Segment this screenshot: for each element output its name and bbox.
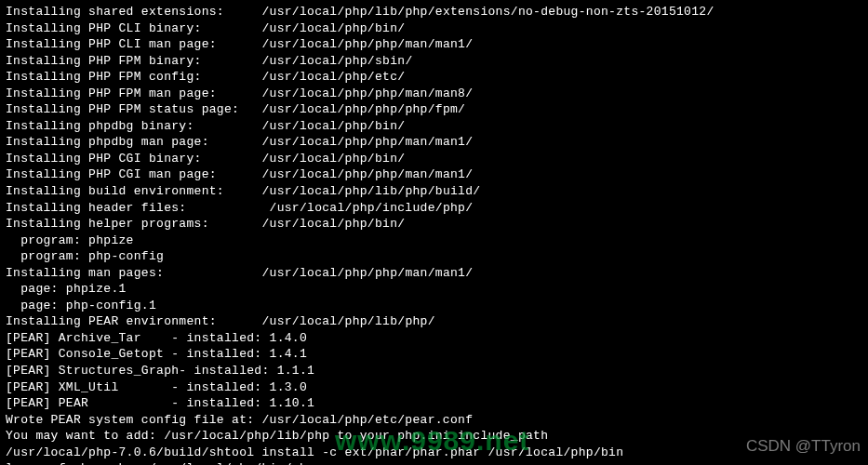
install-path: /usr/local/php/etc/ bbox=[261, 69, 405, 86]
pear-package-line: [PEAR] Archive_Tar - installed: 1.4.0 bbox=[6, 330, 862, 347]
install-line: Installing phpdbg man page: /usr/local/p… bbox=[6, 134, 862, 151]
install-path: /usr/local/php/php/php/fpm/ bbox=[261, 101, 465, 118]
install-label: Installing helper programs: bbox=[6, 216, 261, 232]
install-label: Installing PHP FPM man page: bbox=[6, 86, 261, 102]
install-line: Installing PHP FPM man page: /usr/local/… bbox=[6, 86, 862, 102]
install-path: /usr/local/php/php/man/man1/ bbox=[261, 166, 473, 183]
install-line: Installing build environment: /usr/local… bbox=[6, 183, 862, 200]
install-label: Installing man pages: bbox=[6, 265, 261, 282]
install-label: Installing PHP FPM binary: bbox=[6, 53, 261, 70]
install-label: Installing PHP CLI binary: bbox=[6, 20, 261, 37]
install-label: Installing PHP CLI man page: bbox=[6, 36, 261, 53]
man-page-line: page: phpize.1 bbox=[6, 281, 862, 298]
install-path: /usr/local/php/php/man/man1/ bbox=[261, 265, 473, 282]
pear-package-line: [PEAR] XML_Util - installed: 1.3.0 bbox=[6, 379, 862, 396]
install-label: Installing shared extensions: bbox=[6, 4, 261, 20]
install-path: /usr/local/php/bin/ bbox=[261, 20, 405, 37]
install-path: /usr/local/php/php/man/man1/ bbox=[261, 36, 473, 53]
install-path: /usr/local/php/lib/php/build/ bbox=[261, 183, 480, 200]
pear-package-line: [PEAR] Console_Getopt - installed: 1.4.1 bbox=[6, 346, 862, 363]
output-line: ln -s -f phar.phar /usr/local/php/bin/ph… bbox=[6, 460, 862, 465]
install-path: /usr/local/php/include/php/ bbox=[270, 200, 474, 217]
install-line: Installing PHP FPM binary: /usr/local/ph… bbox=[6, 53, 862, 70]
install-line: Installing PEAR environment: /usr/local/… bbox=[6, 313, 862, 330]
install-path: /usr/local/php/lib/php/extensions/no-deb… bbox=[261, 4, 714, 20]
output-line: You may want to add: /usr/local/php/lib/… bbox=[6, 428, 862, 445]
output-line: /usr/local/php-7.0.6/build/shtool instal… bbox=[6, 445, 862, 461]
helper-program-line: program: phpize bbox=[6, 232, 862, 249]
pear-package-line: [PEAR] Structures_Graph- installed: 1.1.… bbox=[6, 363, 862, 379]
install-path: /usr/local/php/php/man/man8/ bbox=[261, 86, 473, 102]
install-path: /usr/local/php/sbin/ bbox=[261, 53, 412, 70]
man-page-line: page: php-config.1 bbox=[6, 298, 862, 314]
output-line: Wrote PEAR system config file at: /usr/l… bbox=[6, 412, 862, 429]
install-line: Installing shared extensions: /usr/local… bbox=[6, 4, 862, 20]
install-label: Installing header files: bbox=[6, 200, 270, 217]
install-label: Installing phpdbg binary: bbox=[6, 118, 261, 135]
install-label: Installing phpdbg man page: bbox=[6, 134, 261, 151]
install-line: Installing PHP CLI man page: /usr/local/… bbox=[6, 36, 862, 53]
install-path: /usr/local/php/bin/ bbox=[261, 118, 405, 135]
install-line: Installing header files: /usr/local/php/… bbox=[6, 200, 862, 217]
install-line: Installing PHP FPM config: /usr/local/ph… bbox=[6, 69, 862, 86]
install-line: Installing PHP FPM status page: /usr/loc… bbox=[6, 101, 862, 118]
install-line: Installing man pages: /usr/local/php/php… bbox=[6, 265, 862, 282]
terminal-output: Installing shared extensions: /usr/local… bbox=[6, 4, 862, 465]
install-path: /usr/local/php/lib/php/ bbox=[261, 313, 434, 330]
install-line: Installing helper programs: /usr/local/p… bbox=[6, 216, 862, 232]
pear-package-line: [PEAR] PEAR - installed: 1.10.1 bbox=[6, 395, 862, 412]
install-label: Installing PEAR environment: bbox=[6, 313, 261, 330]
install-label: Installing PHP CGI man page: bbox=[6, 166, 261, 183]
install-label: Installing PHP FPM config: bbox=[6, 69, 261, 86]
install-label: Installing build environment: bbox=[6, 183, 261, 200]
install-path: /usr/local/php/php/man/man1/ bbox=[261, 134, 473, 151]
install-line: Installing phpdbg binary: /usr/local/php… bbox=[6, 118, 862, 135]
install-label: Installing PHP FPM status page: bbox=[6, 101, 261, 118]
install-path: /usr/local/php/bin/ bbox=[261, 216, 405, 232]
install-line: Installing PHP CGI man page: /usr/local/… bbox=[6, 166, 862, 183]
helper-program-line: program: php-config bbox=[6, 248, 862, 265]
install-path: /usr/local/php/bin/ bbox=[261, 151, 405, 167]
install-line: Installing PHP CGI binary: /usr/local/ph… bbox=[6, 151, 862, 167]
install-label: Installing PHP CGI binary: bbox=[6, 151, 261, 167]
install-line: Installing PHP CLI binary: /usr/local/ph… bbox=[6, 20, 862, 37]
